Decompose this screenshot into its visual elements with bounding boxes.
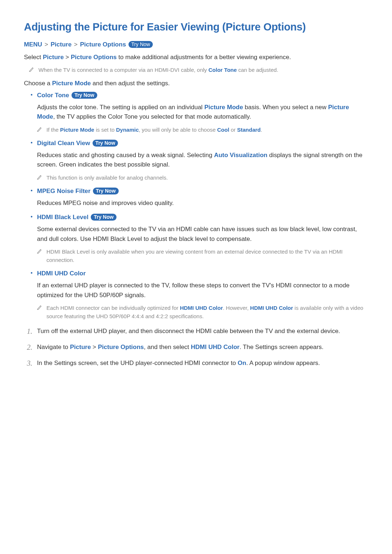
note: This function is only available for anal… — [37, 173, 368, 182]
breadcrumb-separator: > — [74, 41, 78, 48]
options-list: Color Tone Try Now Adjusts the color ton… — [24, 92, 368, 321]
note-icon — [37, 175, 42, 181]
text: . — [261, 127, 262, 133]
try-now-button[interactable]: Try Now — [128, 41, 153, 48]
try-now-button[interactable]: Try Now — [93, 140, 118, 147]
option-digital-clean-view: Digital Clean View Try Now Reduces stati… — [24, 140, 368, 182]
hl-dynamic: Dynamic — [116, 127, 139, 133]
hl-hdmi-uhd-color: HDMI UHD Color — [180, 305, 223, 311]
text: . The Settings screen appears. — [240, 344, 323, 350]
text: , the TV applies the Color Tone you sele… — [53, 113, 251, 120]
breadcrumb-separator: > — [45, 41, 48, 48]
hl-picture-mode: Picture Mode — [52, 80, 91, 87]
text: is set to — [94, 127, 116, 133]
text: . A popup window appears. — [246, 360, 320, 366]
step-3: In the Settings screen, set the UHD play… — [24, 358, 368, 368]
try-now-button[interactable]: Try Now — [72, 92, 97, 99]
note: Each HDMI connector can be individually … — [37, 304, 368, 321]
text: When the TV is connected to a computer v… — [38, 67, 208, 73]
hl-picture-mode: Picture Mode — [60, 127, 94, 133]
intro-paragraph: Select Picture > Picture Options to make… — [24, 53, 368, 62]
hl-cool: Cool — [217, 127, 229, 133]
page-title: Adjusting the Picture for Easier Viewing… — [24, 21, 368, 33]
text: and then adjust the settings. — [91, 80, 170, 87]
option-title-text: MPEG Noise Filter — [37, 188, 90, 194]
hl-picture-options: Picture Options — [98, 344, 144, 350]
text: Adjusts the color tone. The setting is a… — [37, 104, 204, 111]
breadcrumb-menu: MENU — [24, 41, 42, 48]
hl-hdmi-uhd-color: HDMI UHD Color — [191, 344, 240, 350]
breadcrumb-picture-options: Picture Options — [80, 41, 126, 48]
option-title-text: HDMI UHD Color — [37, 270, 86, 277]
option-title: HDMI Black Level Try Now — [37, 214, 368, 221]
option-title: Color Tone Try Now — [37, 92, 368, 99]
option-body: Adjusts the color tone. The setting is a… — [37, 103, 368, 122]
note-text: When the TV is connected to a computer v… — [38, 66, 278, 74]
text: , and then select — [144, 344, 191, 350]
try-now-button[interactable]: Try Now — [91, 214, 116, 221]
text: basis. When you select a new — [243, 104, 328, 111]
option-title-text: Color Tone — [37, 92, 69, 99]
text: Navigate to — [37, 344, 70, 350]
steps-list: Turn off the external UHD player, and th… — [24, 327, 368, 368]
option-body: Reduces MPEG noise and improves video qu… — [37, 198, 368, 208]
hl-picture-options: Picture Options — [71, 54, 117, 61]
breadcrumb-picture: Picture — [50, 41, 72, 48]
option-body: Reduces static and ghosting caused by a … — [37, 151, 368, 170]
text: If the — [46, 127, 60, 133]
text: Each HDMI connector can be individually … — [46, 305, 180, 311]
step-2: Navigate to Picture > Picture Options, a… — [24, 342, 368, 352]
text: Choose a — [24, 80, 52, 87]
note-text: This function is only available for anal… — [46, 173, 168, 182]
note-text: HDMI Black Level is only available when … — [46, 247, 368, 264]
option-hdmi-black-level: HDMI Black Level Try Now Some external d… — [24, 214, 368, 264]
text: In the Settings screen, set the UHD play… — [37, 360, 238, 366]
note-text: Each HDMI connector can be individually … — [46, 304, 368, 321]
hl-picture-mode: Picture Mode — [204, 104, 243, 111]
option-title-text: HDMI Black Level — [37, 214, 89, 221]
note: If the Picture Mode is set to Dynamic, y… — [37, 126, 368, 134]
option-body: If an external UHD player is connected t… — [37, 281, 368, 300]
text: > — [64, 54, 71, 61]
choose-paragraph: Choose a Picture Mode and then adjust th… — [24, 79, 368, 88]
option-body: Some external devices connected to the T… — [37, 225, 368, 244]
text: , you will only be able to choose — [139, 127, 217, 133]
note-icon — [37, 249, 42, 255]
step-1: Turn off the external UHD player, and th… — [24, 327, 368, 336]
text: > — [91, 344, 98, 350]
note-icon — [37, 305, 42, 311]
option-title: Digital Clean View Try Now — [37, 140, 368, 147]
try-now-button[interactable]: Try Now — [93, 188, 118, 194]
note-icon — [37, 127, 42, 133]
hl-auto-visualization: Auto Visualization — [214, 152, 268, 159]
note-icon — [29, 67, 34, 73]
option-color-tone: Color Tone Try Now Adjusts the color ton… — [24, 92, 368, 134]
breadcrumb: MENU > Picture > Picture Options Try Now — [24, 41, 368, 48]
hl-on: On — [238, 360, 246, 366]
option-title: HDMI UHD Color — [37, 270, 368, 277]
text: . However, — [223, 305, 250, 311]
option-mpeg-noise-filter: MPEG Noise Filter Try Now Reduces MPEG n… — [24, 188, 368, 208]
hl-hdmi-uhd-color: HDMI UHD Color — [250, 305, 293, 311]
text: Select — [24, 54, 43, 61]
text: or — [229, 127, 237, 133]
text: to make additional adjustments for a bet… — [117, 54, 291, 61]
option-title: MPEG Noise Filter Try Now — [37, 188, 368, 195]
note: HDMI Black Level is only available when … — [37, 247, 368, 264]
note-text: If the Picture Mode is set to Dynamic, y… — [46, 126, 262, 134]
hl-color-tone: Color Tone — [208, 67, 237, 73]
hl-picture: Picture — [43, 54, 64, 61]
hl-standard: Standard — [237, 127, 261, 133]
hl-picture: Picture — [70, 344, 91, 350]
option-hdmi-uhd-color: HDMI UHD Color If an external UHD player… — [24, 270, 368, 320]
text: Reduces static and ghosting caused by a … — [37, 152, 214, 159]
option-title-text: Digital Clean View — [37, 140, 90, 147]
text: can be adjusted. — [237, 67, 278, 73]
note: When the TV is connected to a computer v… — [29, 66, 368, 74]
